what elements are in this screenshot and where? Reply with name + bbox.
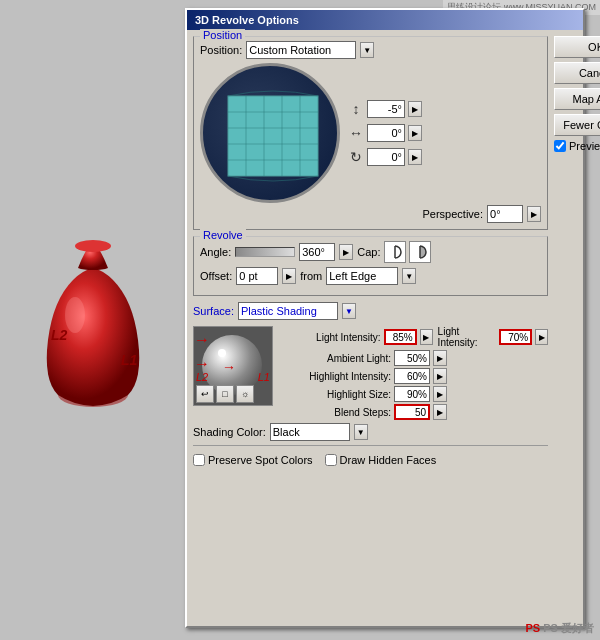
surface-dropdown-arrow[interactable]: ▼ (342, 303, 356, 319)
y-rotation-arrow[interactable]: ▶ (408, 125, 422, 141)
vase-container: L2 L1 (13, 220, 173, 420)
highlight-intensity-label: Highlight Intensity: (281, 371, 391, 382)
branding-text: PS 爱好者 (543, 622, 594, 634)
svg-point-1 (75, 240, 111, 252)
shading-color-label: Shading Color: (193, 426, 266, 438)
position-row: Position: Custom Rotation ▼ (200, 41, 541, 59)
position-dropdown[interactable]: Custom Rotation (246, 41, 356, 59)
branding-ps: PS PS 爱好者 (526, 621, 594, 636)
perspective-label: Perspective: (423, 208, 484, 220)
dialog-title: 3D Revolve Options (187, 10, 583, 30)
sphere-mid-arrow: → (222, 359, 236, 375)
sphere-btn2[interactable]: □ (216, 385, 234, 403)
highlight-intensity-arrow[interactable]: ▶ (433, 368, 447, 384)
z-rotate-icon: ↻ (348, 149, 364, 165)
sphere-extra: ↩ □ ☼ (196, 385, 254, 403)
shading-color-value: Black (273, 426, 300, 438)
highlight-intensity-value: 60% (394, 368, 430, 384)
offset-arrow[interactable]: ▶ (282, 268, 296, 284)
sphere-highlight (218, 349, 226, 357)
highlight-size-value: 90% (394, 386, 430, 402)
angle-slider[interactable] (235, 247, 295, 257)
angle-value: 360° (299, 243, 335, 261)
light-intensity2-value: 70% (499, 329, 532, 345)
dialog: 3D Revolve Options Position Position: Cu… (185, 8, 585, 628)
offset-label: Offset: (200, 270, 232, 282)
sphere-btn1[interactable]: ↩ (196, 385, 214, 403)
highlight-size-arrow[interactable]: ▶ (433, 386, 447, 402)
blend-steps-row: Blend Steps: 50 ▶ (281, 404, 548, 420)
blend-steps-arrow[interactable]: ▶ (433, 404, 447, 420)
z-rotation-row: ↻ 0° ▶ (348, 148, 422, 166)
perspective-row: Perspective: 0° ▶ (200, 205, 541, 223)
revolve-group: Revolve Angle: 360° ▶ Cap: (193, 236, 548, 296)
ambient-light-row: Ambient Light: 50% ▶ (281, 350, 548, 366)
surface-controls: Light Intensity: 85% ▶ Light Intensity: … (281, 326, 548, 420)
map-art-button[interactable]: Map Art... (554, 88, 600, 110)
light-intensity-value: 85% (384, 329, 417, 345)
offset-value: 0 pt (236, 267, 278, 285)
light-intensity-arrow[interactable]: ▶ (420, 329, 433, 345)
preview-area: ↕ -5° ▶ ↔ 0° ▶ ↻ 0° (200, 63, 541, 203)
fewer-options-button[interactable]: Fewer Options (554, 114, 600, 136)
from-label: from (300, 270, 322, 282)
dialog-title-text: 3D Revolve Options (195, 14, 299, 26)
shading-color-dropdown-arrow[interactable]: ▼ (354, 424, 368, 440)
draw-hidden-label[interactable]: Draw Hidden Faces (325, 454, 437, 466)
cap-closed-icon[interactable] (409, 241, 431, 263)
light-intensity2-arrow[interactable]: ▶ (535, 329, 548, 345)
angle-row: Angle: 360° ▶ Cap: (200, 241, 541, 263)
cancel-button[interactable]: Cancel (554, 62, 600, 84)
bottom-row: Preserve Spot Colors Draw Hidden Faces (193, 450, 548, 470)
preserve-spot-label[interactable]: Preserve Spot Colors (193, 454, 313, 466)
preview-label: Preview (569, 140, 600, 152)
draw-hidden-checkbox[interactable] (325, 454, 337, 466)
vase-l2-label: L2 (51, 327, 68, 343)
light-intensity-row: Light Intensity: 85% ▶ Light Intensity: … (281, 326, 548, 348)
sphere-btn3[interactable]: ☼ (236, 385, 254, 403)
cap-icons (384, 241, 431, 263)
separator (193, 445, 548, 446)
light-arrow-mid: → (194, 355, 210, 373)
cap-closed-svg (412, 244, 428, 260)
z-rotation-arrow[interactable]: ▶ (408, 149, 422, 165)
surface-value-text: Plastic Shading (241, 305, 317, 317)
surface-section: Surface: Plastic Shading ▼ → → (193, 302, 548, 441)
sphere-preview: → → L2 → (193, 326, 273, 406)
position-label: Position: (200, 44, 242, 56)
preview-circle (200, 63, 340, 203)
from-dropdown[interactable]: Left Edge (326, 267, 398, 285)
perspective-arrow[interactable]: ▶ (527, 206, 541, 222)
blend-steps-value: 50 (394, 404, 430, 420)
vase-svg: L2 L1 (13, 220, 173, 440)
ambient-light-arrow[interactable]: ▶ (433, 350, 447, 366)
cap-label: Cap: (357, 246, 380, 258)
position-value: Custom Rotation (249, 44, 331, 56)
ok-button[interactable]: OK (554, 36, 600, 58)
sphere-l1-label: L1 (258, 371, 270, 383)
x-rotation-row: ↕ -5° ▶ (348, 100, 422, 118)
surface-content: → → L2 → (193, 326, 548, 420)
cap-open-icon[interactable] (384, 241, 406, 263)
y-rotate-icon: ↔ (348, 125, 364, 141)
from-value: Left Edge (329, 270, 376, 282)
from-dropdown-arrow[interactable]: ▼ (402, 268, 416, 284)
highlight-size-row: Highlight Size: 90% ▶ (281, 386, 548, 402)
shading-color-dropdown[interactable]: Black (270, 423, 350, 441)
preserve-spot-text: Preserve Spot Colors (208, 454, 313, 466)
svg-rect-3 (228, 96, 318, 176)
preview-checkbox[interactable] (554, 140, 566, 152)
surface-dropdown[interactable]: Plastic Shading (238, 302, 338, 320)
offset-row: Offset: 0 pt ▶ from Left Edge ▼ (200, 267, 541, 285)
position-dropdown-arrow[interactable]: ▼ (360, 42, 374, 58)
light-intensity-label: Light Intensity: (281, 332, 381, 343)
preview-checkbox-row: Preview (554, 140, 600, 152)
preserve-spot-checkbox[interactable] (193, 454, 205, 466)
y-rotation-value: 0° (367, 124, 405, 142)
angle-arrow[interactable]: ▶ (339, 244, 353, 260)
x-rotation-arrow[interactable]: ▶ (408, 101, 422, 117)
perspective-value: 0° (487, 205, 523, 223)
x-rotate-icon: ↕ (348, 101, 364, 117)
draw-hidden-text: Draw Hidden Faces (340, 454, 437, 466)
blend-steps-label: Blend Steps: (281, 407, 391, 418)
